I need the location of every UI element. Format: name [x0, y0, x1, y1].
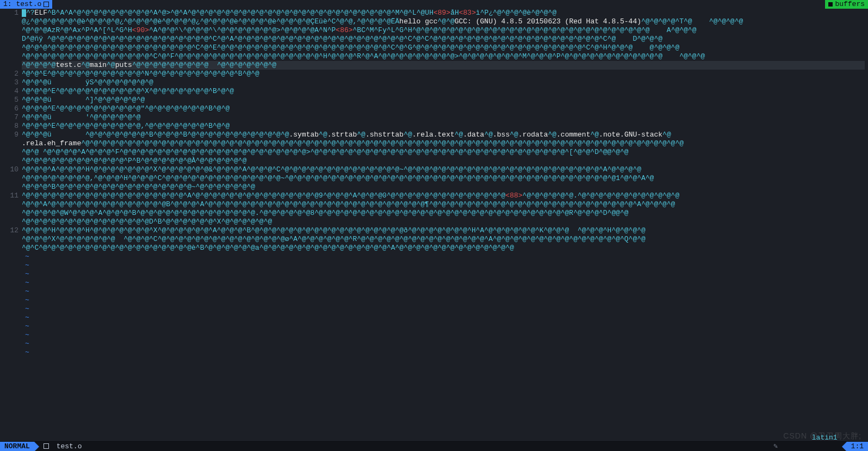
line-number: 11 [0, 191, 18, 200]
buffer-line[interactable]: ^@^@ ^@^@^@^@^A^@^@^@^F^@^@^@^@^@^@^@^@^… [22, 148, 865, 157]
buffer-line[interactable]: ^@^@^@^@^@^@^@^@^@^@^@^@^P^B^@^@^@^@^@^@… [22, 157, 865, 165]
buffer-line[interactable]: ^@^@^@^@^@^@^@^@^@^@^@^@^@^@^@^@^@^@^@^@… [22, 44, 865, 52]
buffer-line[interactable]: ^@^@^E^@^@^@^@^@^@^@^@^@^@^@^N^@^@^@^@^@… [22, 70, 865, 78]
buffer-line[interactable]: ^@^@^@^@^@^@^@^@^@^@^@^@^@^@^@^C^@^F^@^@… [22, 52, 865, 61]
buffer-line[interactable]: D^@ñÿ ^@^@^@^@^@^@^@^@^@^@^@^@^@^@^@^@^@… [22, 35, 865, 44]
status-line: NORMAL test.o ✎ latin1 ⎇ 1:1 [0, 441, 868, 451]
buffer-line[interactable]: ^@^@^@^@^@^@^@^@^@^@^@^@^@^@^@^@^@^@^@^A… [22, 191, 865, 200]
empty-line-tilde: ~ [22, 339, 865, 348]
separator-icon [34, 442, 39, 452]
tab-current[interactable]: 1: test.o [0, 0, 52, 9]
line-number: 1 [0, 9, 18, 17]
line-number: 9 [0, 131, 18, 139]
status-filename: test.o [39, 442, 86, 451]
encoding-text: latin1 [812, 434, 838, 442]
empty-line-tilde: ~ [22, 279, 865, 287]
cursor [22, 9, 26, 17]
status-filename-text: test.o [57, 442, 82, 450]
empty-line-tilde: ~ [22, 348, 865, 357]
buffer-line[interactable]: ^@^@^A^@^@^@^@^@^@^@^@^@^@^@^@^@^@B^@^@^… [22, 200, 865, 209]
encoding-indicator: latin1 ⎇ [782, 425, 842, 452]
buffer-line[interactable]: ^?ELF^B^A^A^@^@^@^@^@^@^@^@^@^A^@>^@^A^@… [22, 9, 865, 17]
mode-indicator: NORMAL [0, 442, 34, 451]
tab-close-icon[interactable] [44, 2, 49, 7]
buffer-line[interactable]: ^@^@^@^E^@^@^@^@^@^@^@^@^@^@,^@^@^@^@^@^… [22, 122, 865, 131]
buffer-line[interactable]: ^@^@^@^@^@^@^@^@,^@^@^@^H^@^@^@^C^@^@^@^… [22, 174, 865, 183]
file-icon [44, 443, 49, 449]
buffers-label: buffers [835, 0, 865, 9]
empty-line-tilde: ~ [22, 270, 865, 279]
tab-index: 1: [3, 0, 12, 9]
line-number: 6 [0, 104, 18, 113]
buffers-dot-icon [828, 2, 833, 7]
empty-line-tilde: ~ [22, 322, 865, 331]
line-number: 4 [0, 87, 18, 96]
text-area[interactable]: 1 23456789 10 11 12 ^?ELF^B^A^A^@^@^@^@^… [0, 9, 868, 441]
empty-line-tilde: ~ [22, 261, 865, 270]
line-number: 8 [0, 122, 18, 131]
buffers-button[interactable]: buffers [825, 0, 868, 9]
buffer-line[interactable]: ^@^@^@^E^@^@^@^@^@^@^@^@^@^@^X^@^@^@^@^@… [22, 87, 865, 96]
empty-line-tilde: ~ [22, 296, 865, 305]
editor-root: 1: test.o buffers 1 23456789 10 11 12 ^?… [0, 0, 868, 451]
buffer-line[interactable]: ^@^@^@ü '^@^@^@^@^@^@ [22, 113, 865, 122]
empty-line-tilde: ~ [22, 313, 865, 322]
cursor-position: 1:1 [847, 442, 868, 451]
tab-bar: 1: test.o buffers [0, 0, 868, 9]
buffer-line[interactable]: ^@^@^@^X^@^@^@^@^@^@^@ ^@^@^@^C^@^@^@^@^… [22, 235, 865, 244]
empty-line-tilde: ~ [22, 287, 865, 296]
buffer-line[interactable]: ^@^@^@^H^@^@^@^H^@^@^@^@^@^@^@^X^@^@^@^@… [22, 226, 865, 235]
buffer-line[interactable]: ^@^@^@^B^@^@^@^@^@^@^@^@^@^@^@^@^@^@^@^@… [22, 183, 865, 191]
buffer-line[interactable]: ^@^@^@^A^@^@^@^H^@^@^@^@^@^@^@^X^@^@^@^@… [22, 165, 865, 174]
buffer-line[interactable]: ^@^@^@^@test.c^@main^@puts^@^@^@^@^@^@^@… [22, 61, 865, 70]
empty-line-tilde: ~ [22, 331, 865, 339]
line-number: 10 [0, 165, 18, 174]
buffer-line[interactable]: ^@^@^@^@^@^@^@^@^@^@^@^@^@^@^@D^B^@^@^@^… [22, 218, 865, 226]
buffer-line[interactable]: ^@^@^@ü ÿS^@^@^@^@^@^@^@ [22, 78, 865, 87]
line-number: 3 [0, 78, 18, 87]
line-number: 12 [0, 226, 18, 235]
cursor-position-text: 1:1 [851, 442, 864, 451]
buffer-line[interactable]: ^@^@^@AzR^@^Ax^P^A^[^L^G^H<90>^A^@^@^\^@… [22, 26, 865, 35]
buffer-line[interactable]: ^@^@^@^@^@W^@^@^@^A^@^@^@^B^@^@^@^@^@^@^… [22, 209, 865, 218]
line-number: 2 [0, 70, 18, 78]
buffer-line[interactable]: @¿^@^@^@^@^@^@è^@^@^@^@¿^@^@^@^@è^@^@^@^… [22, 17, 865, 26]
buffer-line[interactable]: ^@^@^@ü ^@^@^@^@^@^@^@^B^@^@^@^B^@^@^@^@… [22, 131, 865, 139]
vcs-status: ✎ [769, 442, 782, 451]
line-number-gutter: 1 23456789 10 11 12 [0, 9, 22, 441]
empty-line-tilde: ~ [22, 252, 865, 261]
separator-icon [842, 442, 847, 452]
buffer-content[interactable]: ^?ELF^B^A^A^@^@^@^@^@^@^@^@^@^A^@>^@^A^@… [22, 9, 868, 441]
buffer-line[interactable]: ^@^C^@^@^@^@^@^@^@^@^@^@^@^@^@^@^@^@^@^@… [22, 244, 865, 252]
tab-filename: test.o [16, 0, 41, 9]
line-number: 7 [0, 113, 18, 122]
empty-line-tilde: ~ [22, 305, 865, 313]
buffer-line[interactable]: ^@^@^@ü ^]^@^@^@^@^@^@ [22, 96, 865, 104]
buffer-line[interactable]: ^@^@^@^E^@^@^@^@^@^@^@^@^@^@"^@^@^@^@^@^… [22, 104, 865, 113]
line-number: 5 [0, 96, 18, 104]
buffer-line[interactable]: .rela.eh_frame^@^@^@^@^@^@^@^@^@^@^@^@^@… [22, 139, 865, 148]
